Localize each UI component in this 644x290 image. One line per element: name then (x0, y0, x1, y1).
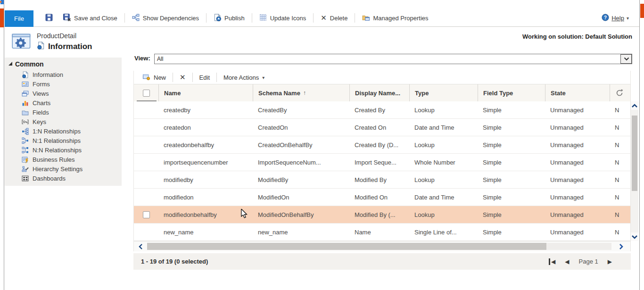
grid-delete-button[interactable]: ✕ (175, 72, 190, 83)
cell-type: Date and Time (409, 124, 478, 131)
keys-icon (22, 118, 29, 125)
scroll-down-button[interactable] (631, 232, 638, 241)
mouse-cursor (240, 209, 248, 221)
cell-field-type: Simple (478, 211, 545, 218)
sidebar-item-charts[interactable]: Charts (5, 98, 122, 108)
update-icons-button[interactable]: Update Icons (254, 12, 312, 25)
delete-icon: ✕ (321, 14, 327, 22)
cell-display: Created By (349, 107, 409, 114)
column-header-state[interactable]: State (545, 84, 610, 101)
divider (192, 73, 193, 82)
business-rules-icon (22, 156, 29, 163)
table-row[interactable]: importsequencenumber ImportSequenceNum..… (134, 154, 630, 171)
new-button[interactable]: New (138, 72, 171, 83)
edit-button[interactable]: Edit (195, 73, 215, 83)
first-page-button[interactable]: ◀ (549, 258, 555, 265)
save-and-close-label: Save and Close (74, 15, 117, 22)
sidebar-item-forms[interactable]: Forms (5, 79, 122, 89)
column-header-name[interactable]: Name (158, 84, 253, 101)
svg-text:?: ? (604, 15, 607, 20)
cell-display: Modified On (349, 194, 409, 201)
select-all-cell[interactable] (134, 84, 158, 101)
help-button[interactable]: ? Help ▾ (602, 10, 629, 25)
sidebar-item-business-rules[interactable]: Business Rules (5, 155, 122, 164)
cell-state: Unmanaged (545, 176, 610, 183)
sidebar-item-dashboards[interactable]: Dashboards (5, 174, 122, 183)
right-orange-strip (640, 4, 644, 18)
cell-type: Lookup (409, 176, 478, 183)
sidebar-item-hierarchy-settings[interactable]: Hierarchy Settings (5, 164, 122, 174)
table-row-highlighted[interactable]: modifiedonbehalfby ModifiedOnBehalfBy Mo… (134, 206, 630, 224)
cell-name: modifiedonbehalfby (158, 211, 253, 218)
cell-state: Unmanaged (545, 211, 610, 218)
scroll-left-button[interactable] (134, 243, 147, 250)
sidebar-item-fields[interactable]: Fields (5, 108, 122, 117)
sidebar-item-information[interactable]: Information (5, 70, 122, 79)
table-row[interactable]: modifiedby ModifiedBy Modified By Lookup… (134, 171, 630, 189)
save-button[interactable] (40, 12, 58, 25)
previous-page-button[interactable]: ◀ (565, 258, 569, 265)
cell-name: createdonbehalfby (158, 141, 253, 149)
save-and-close-button[interactable]: Save and Close (58, 12, 123, 25)
column-header-field-type[interactable]: Field Type (478, 84, 545, 101)
left-window-edge (4, 0, 4, 290)
sidebar-section-common[interactable]: Common (5, 58, 122, 70)
fields-icon (22, 109, 29, 116)
sidebar-item-nn-relationships[interactable]: N:N Relationships (5, 145, 122, 155)
more-actions-button[interactable]: More Actions ▾ (219, 73, 269, 83)
managed-properties-button[interactable]: Managed Properties (357, 12, 433, 25)
sidebar-item-keys[interactable]: Keys (5, 117, 122, 126)
views-icon (22, 90, 29, 97)
table-row[interactable]: createdon CreatedOn Created On Date and … (134, 119, 630, 136)
view-select[interactable]: All (154, 54, 632, 64)
column-header-schema-name[interactable]: Schema Name ↑ (253, 84, 349, 101)
table-row[interactable]: createdby CreatedBy Created By Lookup Si… (134, 101, 630, 119)
save-and-close-icon (63, 14, 71, 23)
publish-button[interactable]: Publish (208, 12, 250, 25)
table-row[interactable]: modifiedon ModifiedOn Modified On Date a… (134, 189, 630, 206)
scroll-right-button[interactable] (611, 243, 630, 250)
horizontal-scrollbar[interactable] (134, 241, 630, 251)
file-tab[interactable]: File (5, 10, 33, 27)
table-row[interactable]: new_name new_name Name Single Line of...… (134, 224, 630, 241)
next-page-button[interactable]: ▶ (608, 258, 612, 265)
vertical-scroll-thumb[interactable] (632, 116, 637, 191)
sidebar-item-label: Views (33, 90, 49, 97)
cell-state: Unmanaged (545, 194, 610, 201)
sidebar-section-label: Common (15, 60, 44, 68)
sidebar-item-views[interactable]: Views (5, 89, 122, 98)
select-all-checkbox[interactable] (143, 90, 150, 97)
table-row[interactable]: createdonbehalfby CreatedOnBehalfBy Crea… (134, 136, 630, 154)
view-dropdown-button[interactable] (620, 54, 632, 64)
show-dependencies-button[interactable]: Show Dependencies (127, 12, 204, 25)
show-dependencies-label: Show Dependencies (143, 15, 199, 22)
sidebar-item-n1-relationships[interactable]: N:1 Relationships (5, 136, 122, 145)
sidebar-item-label: Fields (33, 109, 49, 116)
column-header-display-name[interactable]: Display Name... (349, 84, 409, 101)
sidebar-item-label: Keys (33, 118, 46, 125)
new-icon (142, 73, 150, 82)
cell-type: Lookup (409, 107, 478, 114)
cell-state: Unmanaged (545, 229, 610, 236)
chevron-left-icon (138, 243, 143, 250)
horizontal-scroll-track[interactable] (147, 243, 611, 250)
cell-overflow: N (610, 107, 631, 114)
view-label: View: (134, 55, 150, 62)
row-checkbox[interactable] (143, 211, 150, 218)
entity-icon (11, 33, 32, 53)
status-bar: 1 - 19 of 19 (0 selected) ◀ ◀ Page 1 ▶ (133, 253, 631, 270)
view-selected-value: All (155, 56, 620, 62)
scroll-up-button[interactable] (631, 101, 638, 110)
cell-type: Date and Time (409, 194, 478, 201)
cell-name: new_name (158, 229, 253, 236)
column-header-type[interactable]: Type (409, 84, 478, 101)
help-label: Help (611, 15, 624, 22)
cell-overflow: N (610, 176, 631, 183)
vertical-scrollbar[interactable] (631, 101, 638, 241)
horizontal-scroll-thumb[interactable] (147, 243, 546, 250)
delete-button[interactable]: ✕ Delete (315, 12, 353, 24)
solution-note: Working on solution: Default Solution (522, 33, 632, 40)
cell-state: Unmanaged (545, 107, 610, 114)
sidebar-item-1n-relationships[interactable]: 1:N Relationships (5, 126, 122, 136)
refresh-cell[interactable] (610, 84, 631, 101)
